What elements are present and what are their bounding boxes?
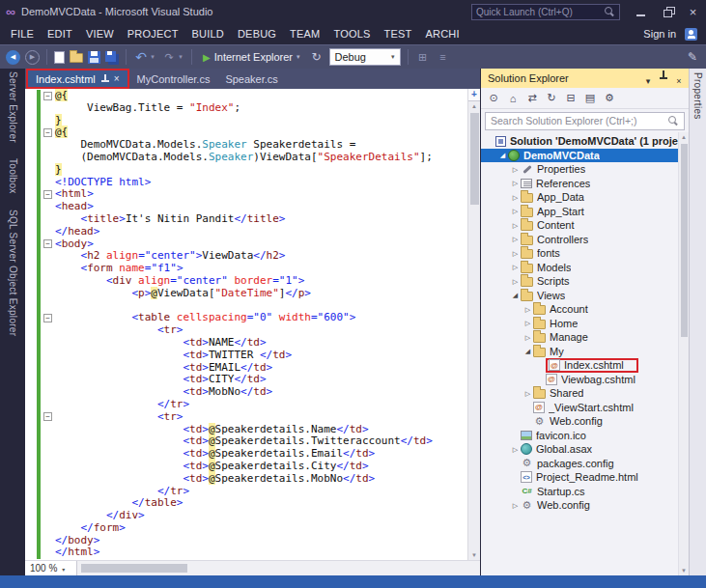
tool-tab-properties[interactable]: Properties [692,72,703,120]
tree-item-fonts[interactable]: ▷fonts [481,246,678,261]
outlining-margin[interactable] [41,164,55,177]
window-position-icon[interactable]: ▾ [640,73,656,89]
quick-launch-input[interactable]: Quick Launch (Ctrl+Q) [471,4,620,20]
restore-button[interactable] [654,0,680,23]
tree-item-web-config[interactable]: ▷Web.config [481,498,678,513]
breakpoint-margin[interactable] [25,139,37,152]
tree-item-manage[interactable]: ▷Manage [481,330,678,345]
breakpoint-margin[interactable] [25,435,37,448]
breakpoint-margin[interactable] [25,461,37,473]
tree-item-app-start[interactable]: ▷App_Start [481,205,678,219]
breakpoint-margin[interactable] [25,300,37,313]
expander-collapsed-icon[interactable]: ▷ [510,222,521,229]
outlining-margin[interactable] [41,522,55,535]
expander-collapsed-icon[interactable]: ▷ [522,334,533,341]
breakpoint-margin[interactable] [25,90,37,102]
scroll-up-icon[interactable] [468,103,480,109]
nav-forward-icon[interactable]: ▶ [25,50,40,65]
outlining-margin[interactable] [41,424,55,436]
outlining-margin[interactable] [41,535,55,547]
tree-item-viewstart-cshtml[interactable]: _ViewStart.cshtml [481,401,678,415]
horizontal-scrollbar[interactable] [77,561,480,575]
browser-refresh-icon[interactable]: ↻ [309,49,325,65]
expander-collapsed-icon[interactable]: ▷ [522,320,533,326]
breakpoint-margin[interactable] [25,535,37,547]
menu-item-test[interactable]: TEST [378,23,419,44]
breakpoint-margin[interactable] [25,337,37,350]
breakpoint-margin[interactable] [25,386,37,399]
outlining-margin[interactable] [41,448,55,461]
outlining-margin[interactable] [41,486,55,498]
outlining-margin[interactable]: − [41,411,55,424]
save-icon[interactable] [88,51,100,64]
code-line[interactable]: (DemoMVCData.Models.Speaker)ViewData["Sp… [25,152,467,164]
breakpoint-margin[interactable] [25,424,37,436]
outlining-margin[interactable] [41,473,55,486]
close-button[interactable]: × [680,0,706,23]
outlining-margin[interactable] [41,435,55,448]
tool-tab-sql-server-object-explorer[interactable]: SQL Server Object Explorer [8,210,18,336]
menu-item-project[interactable]: PROJECT [121,23,185,44]
tree-item-startup-cs[interactable]: Startup.cs [481,485,678,499]
outlining-margin[interactable] [41,139,55,152]
breakpoint-margin[interactable] [25,473,37,486]
outlining-margin[interactable] [41,350,55,362]
tree-scrollbar[interactable] [678,132,689,575]
outlining-margin[interactable] [41,546,55,559]
outlining-margin[interactable] [41,115,55,127]
breakpoint-margin[interactable] [25,350,37,362]
breakpoint-margin[interactable] [25,510,37,522]
expander-collapsed-icon[interactable]: ▷ [510,250,521,257]
tree-item-demomvcdata[interactable]: ◢DemoMVCData [481,149,678,163]
expander-expanded-icon[interactable]: ◢ [497,152,508,158]
outlining-margin[interactable] [41,263,55,275]
tool-tab-server-explorer[interactable]: Server Explorer [8,71,18,143]
vertical-scrollbar[interactable] [467,89,480,560]
tree-item-my[interactable]: ◢My [481,345,678,359]
home-icon[interactable]: ⌂ [504,90,522,107]
breakpoint-margin[interactable] [25,399,37,411]
tree-item-properties[interactable]: ▷Properties [481,162,678,177]
scrollbar-thumb[interactable] [81,564,187,573]
breakpoint-margin[interactable] [25,213,37,226]
switch-views-icon[interactable]: ⇄ [523,90,541,107]
breakpoint-margin[interactable] [25,188,37,201]
solution-configurations-select[interactable]: Debug▾ [329,48,401,66]
outlining-margin[interactable] [41,288,55,300]
outlining-margin[interactable] [41,324,55,337]
breakpoint-margin[interactable] [25,312,37,324]
breakpoint-margin[interactable] [25,102,37,115]
tree-item-home[interactable]: ▷Home [481,317,678,331]
pin-icon[interactable] [656,69,671,84]
collapse-icon[interactable]: − [43,128,52,137]
scrollbar-thumb[interactable] [681,144,688,337]
menu-item-view[interactable]: VIEW [79,23,121,44]
menu-item-build[interactable]: BUILD [185,23,231,44]
menu-item-tools[interactable]: TOOLS [326,23,377,44]
expander-collapsed-icon[interactable]: ▷ [510,446,521,453]
outlining-margin[interactable]: − [41,312,55,324]
outlining-margin[interactable] [41,226,55,238]
breakpoint-margin[interactable] [25,177,37,189]
save-all-icon[interactable] [105,51,116,62]
show-all-files-icon[interactable]: ▤ [581,90,599,107]
close-icon[interactable]: × [671,73,687,89]
breakpoint-margin[interactable] [25,546,37,559]
expander-expanded-icon[interactable]: ◢ [510,292,521,298]
tree-item-app-data[interactable]: ▷App_Data [481,190,678,205]
tool-tab-toolbox[interactable]: Toolbox [8,158,18,194]
tree-item-references[interactable]: ▷References [481,177,678,191]
command-window-icon[interactable]: ≡ [436,49,451,65]
tree-item-controllers[interactable]: ▷Controllers [481,233,678,247]
breakpoint-margin[interactable] [25,115,37,127]
collapse-icon[interactable]: − [43,314,52,322]
breakpoint-margin[interactable] [25,126,37,139]
breakpoint-margin[interactable] [25,164,37,177]
back-icon[interactable]: ⊙ [485,90,502,107]
menu-item-debug[interactable]: DEBUG [231,23,283,44]
undo-dropdown-icon[interactable]: ▾ [149,49,156,65]
expander-collapsed-icon[interactable]: ▷ [510,180,521,186]
tree-item-web-config[interactable]: Web.config [481,414,678,429]
outlining-margin[interactable] [41,497,55,510]
outlining-margin[interactable] [41,337,55,350]
